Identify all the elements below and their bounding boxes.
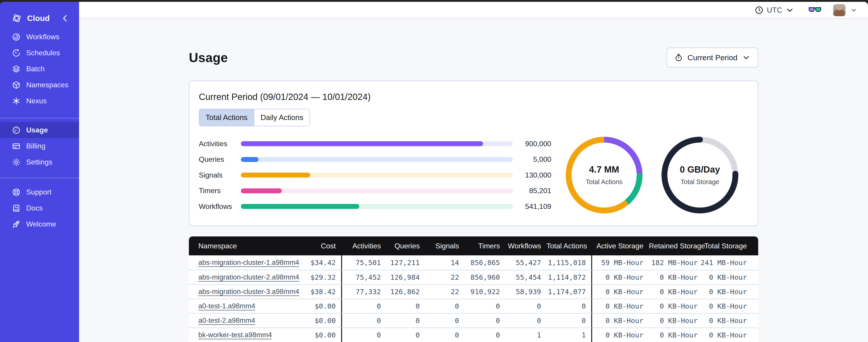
donut-value: 0 GB/Day	[680, 165, 720, 175]
bar-label: Activities	[199, 140, 241, 148]
user-menu[interactable]	[833, 4, 857, 16]
cell-signals: 0	[425, 314, 465, 328]
period-selector-button[interactable]: Current Period	[667, 47, 758, 67]
sidebar-item-namespaces[interactable]: Namespaces	[0, 77, 79, 93]
tab-daily-actions[interactable]: Daily Actions	[254, 109, 310, 126]
sidebar-item-nexus[interactable]: Nexus	[0, 93, 79, 109]
cell-retained-storage: 0 KB-Hour	[649, 299, 703, 313]
cell-workflows: 0	[505, 314, 547, 328]
cell-queries: 0	[386, 299, 425, 313]
nexus-asterisk-icon	[12, 97, 21, 106]
cell-total-storage: 0 KB-Hour	[703, 314, 758, 328]
header-cell-retained-storage: Retained Storage	[649, 242, 703, 250]
sidebar-collapse-button[interactable]	[60, 13, 70, 23]
namespace-link[interactable]: a0-test-2.a98mm4	[198, 316, 255, 324]
bar-value: 5,000	[513, 155, 551, 164]
sidebar-item-batch[interactable]: Batch	[0, 61, 79, 77]
sidebar-item-usage[interactable]: Usage	[0, 122, 79, 138]
usage-bar-chart: Activities900,000Queries5,000Signals130,…	[199, 138, 551, 212]
donut-center: 0 GB/Day Total Storage	[660, 135, 740, 215]
cell-active-storage: 59 MB-Hour	[591, 255, 649, 270]
cell-activities: 75,501	[341, 255, 386, 270]
timezone-selector[interactable]: UTC	[754, 6, 794, 15]
header-cell-total-actions: Total Actions	[547, 242, 591, 250]
cell-total-actions: 0	[547, 299, 591, 313]
donut-total-storage: 0 GB/Day Total Storage	[660, 135, 740, 215]
docs-book-icon	[12, 204, 21, 213]
bar-value: 541,109	[513, 202, 551, 211]
sidebar: Cloud WorkflowsSchedulesBatchNamespacesN…	[0, 2, 79, 342]
timezone-label: UTC	[767, 6, 782, 14]
table-header: NamespaceCostActivitiesQueriesSignalsTim…	[189, 236, 758, 255]
cell-total-actions: 1,174,077	[547, 285, 591, 299]
bar-value: 900,000	[513, 140, 551, 148]
usage-table: NamespaceCostActivitiesQueriesSignalsTim…	[189, 236, 758, 342]
sidebar-item-support[interactable]: Support	[0, 184, 79, 200]
actions-tabs: Total ActionsDaily Actions	[199, 109, 310, 126]
sidebar-item-schedules[interactable]: Schedules	[0, 45, 79, 61]
usage-card: Current Period (09/01/2024 — 10/01/2024)…	[189, 80, 758, 226]
bar-row-timers: Timers85,201	[199, 186, 551, 195]
temporal-logo-icon	[12, 13, 22, 23]
usage-chart-row: Activities900,000Queries5,000Signals130,…	[199, 136, 748, 214]
sidebar-item-billing[interactable]: Billing	[0, 138, 79, 154]
sidebar-item-workflows[interactable]: Workflows	[0, 29, 79, 45]
bar-row-activities: Activities900,000	[199, 139, 551, 148]
cell-activities: 0	[341, 314, 386, 328]
header-cell-active-storage: Active Storage	[591, 242, 649, 250]
namespace-link[interactable]: abs-migration-cluster-1.a98mm4	[198, 259, 299, 267]
app-window: Cloud WorkflowsSchedulesBatchNamespacesN…	[0, 2, 868, 342]
cell-cost: $34.42	[309, 255, 341, 270]
cell-total-storage: 0 KB-Hour	[703, 328, 758, 342]
cell-queries: 0	[386, 314, 425, 328]
bar-track	[241, 204, 513, 209]
cell-queries: 127,211	[386, 255, 425, 270]
cell-active-storage: 0 KB-Hour	[591, 314, 649, 328]
cell-retained-storage: 0 KB-Hour	[649, 285, 703, 299]
donut-total-actions: 4.7 MM Total Actions	[564, 135, 644, 215]
cell-cost: $38.42	[309, 285, 341, 299]
table-row: abs-migration-cluster-3.a98mm4$38.4277,3…	[189, 284, 758, 299]
cell-activities: 0	[341, 299, 386, 313]
cell-cost: $29.32	[309, 270, 341, 284]
feedback-glasses-button[interactable]	[808, 6, 822, 14]
cell-cost: $0.00	[309, 299, 341, 313]
sidebar-item-docs[interactable]: Docs	[0, 200, 79, 216]
sidebar-item-settings[interactable]: Settings	[0, 154, 79, 170]
bar-fill	[241, 157, 258, 162]
cell-signals: 22	[425, 270, 465, 284]
cell-namespace: a0-test-1.a98mm4	[189, 299, 309, 313]
sidebar-brand[interactable]: Cloud	[0, 10, 79, 26]
cell-namespace: bk-worker-test.a98mm4	[189, 328, 309, 342]
cell-signals: 0	[425, 299, 465, 313]
namespace-link[interactable]: a0-test-1.a98mm4	[198, 302, 255, 310]
namespace-link[interactable]: abs-migration-cluster-3.a98mm4	[198, 287, 299, 296]
table-row: a0-test-1.a98mm4$0.000000000 KB-Hour0 KB…	[189, 299, 758, 313]
bar-fill	[241, 173, 310, 177]
workflows-icon	[12, 33, 21, 41]
sidebar-item-welcome[interactable]: Welcome	[0, 216, 79, 232]
bar-track	[241, 141, 513, 146]
cell-total-actions: 0	[547, 314, 591, 328]
usage-donuts: 4.7 MM Total Actions 0 GB/Day Total Stor…	[564, 135, 740, 215]
cell-workflows: 55,427	[505, 255, 547, 270]
table-row: a0-test-2.a98mm4$0.000000000 KB-Hour0 KB…	[189, 313, 758, 328]
sidebar-item-label: Batch	[26, 65, 45, 73]
schedules-clock-icon	[12, 48, 21, 58]
cell-total-storage: 0 KB-Hour	[703, 285, 758, 299]
namespace-link[interactable]: bk-worker-test.a98mm4	[198, 331, 272, 339]
bar-track	[241, 157, 513, 162]
cell-queries: 0	[386, 328, 425, 342]
chevron-down-icon	[850, 7, 857, 13]
cell-total-storage: 0 KB-Hour	[703, 299, 758, 313]
header-cell-cost: Cost	[309, 242, 341, 250]
header-cell-signals: Signals	[425, 242, 465, 250]
cell-activities: 77,332	[341, 285, 386, 299]
tab-total-actions[interactable]: Total Actions	[199, 109, 254, 126]
cell-active-storage: 0 KB-Hour	[591, 299, 649, 313]
cell-signals: 22	[425, 285, 465, 299]
chevron-down-icon	[785, 6, 794, 15]
cell-timers: 910,922	[465, 285, 505, 299]
cell-workflows: 55,454	[505, 270, 547, 284]
namespace-link[interactable]: abs-migration-cluster-2.a98mm4	[198, 273, 299, 281]
